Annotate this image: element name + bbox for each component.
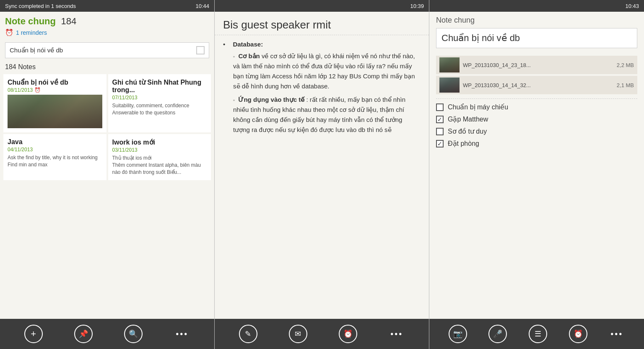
search-box[interactable]: Chuẩn bị nói về db	[5, 42, 209, 58]
note-card-4-title: Iwork ios mới	[112, 138, 207, 146]
more-button-middle[interactable]: •••	[389, 328, 405, 341]
reminder-button-right[interactable]: ⏰	[569, 325, 587, 343]
note-chung-row: Note chung 184	[5, 16, 209, 27]
note-card-4[interactable]: Iwork ios mới 03/11/2013 Thủ thuật ios m…	[108, 134, 211, 180]
note-card-4-text: Thủ thuật ios mớiThêm comment Instant al…	[112, 155, 207, 176]
note-card-3-date: 04/11/2013	[8, 147, 102, 153]
checklist-item-3[interactable]: Sơ đồ tư duy	[436, 127, 637, 135]
middle-header: Bis guest speaker rmit	[215, 12, 429, 35]
search-button[interactable]: 🔍	[124, 325, 143, 343]
attachment-2[interactable]: WP_20131030_14_14_32... 2,1 MB	[436, 76, 637, 94]
attachment-1-name: WP_20131030_14_23_18...	[463, 62, 613, 68]
more-button-right[interactable]: •••	[609, 328, 625, 341]
reminders-text: 1 reminders	[16, 29, 47, 36]
right-header: Note chung Chuẩn bị nói về db	[429, 12, 644, 56]
checkbox-1[interactable]	[436, 103, 444, 111]
search-icon: 🔍	[129, 329, 138, 339]
checklist-item-4[interactable]: ✓ Đặt phòng	[436, 140, 637, 147]
search-square	[196, 46, 205, 54]
middle-status-bar: 10:39	[215, 0, 429, 12]
notes-grid: Chuẩn bị nói về db 08/11/2013 ⏰ Ghi chú …	[0, 74, 214, 180]
note-2-date-text: 07/11/2013	[112, 95, 138, 101]
notes-grid-container: Chuẩn bị nói về db 08/11/2013 ⏰ Ghi chú …	[0, 74, 214, 319]
edit-button[interactable]: ✎	[239, 325, 257, 343]
sub-bullet-1: ◦ Cơ bản về cơ sở dữ liệu là gì, có khái…	[233, 51, 421, 91]
right-status-bar: 10:43	[429, 0, 644, 12]
attachment-2-name: WP_20131030_14_14_32...	[463, 82, 613, 88]
note-count-header: 184	[61, 16, 76, 26]
right-panel: 10:43 Note chung Chuẩn bị nói về db WP_2…	[429, 0, 644, 349]
middle-time: 10:39	[410, 3, 424, 9]
checklist-item-2[interactable]: ✓ Gặp Matthew	[436, 115, 637, 123]
note-card-3[interactable]: Java 04/11/2013 Ask the find by title, w…	[3, 134, 106, 180]
bullet-dot-1: •	[223, 41, 225, 48]
mic-button[interactable]: 🎤	[488, 325, 507, 343]
note-card-2-date: 07/11/2013	[112, 95, 207, 101]
checkbox-4[interactable]: ✓	[436, 140, 444, 147]
note-card-2[interactable]: Ghi chú từ Sinh Nhat Phung trong... 07/1…	[108, 74, 211, 132]
attachment-thumb-1	[439, 57, 460, 72]
right-content: WP_20131030_14_23_18... 2,2 MB WP_201310…	[429, 56, 644, 319]
note-card-3-text: Ask the find by title, why it is not wor…	[8, 154, 102, 168]
camera-button[interactable]: 📷	[449, 325, 467, 343]
mic-icon: 🎤	[493, 329, 502, 339]
checkmark-4: ✓	[437, 141, 442, 147]
middle-panel: 10:39 Bis guest speaker rmit • Database:…	[215, 0, 429, 349]
note-card-1-date: 08/11/2013 ⏰	[8, 87, 102, 93]
note-card-4-date: 03/11/2013	[112, 147, 207, 153]
add-icon: +	[31, 328, 36, 339]
more-button-left[interactable]: •••	[174, 328, 190, 341]
list-button[interactable]: ☰	[529, 325, 547, 343]
pin-icon: 📌	[79, 329, 88, 339]
middle-title: Bis guest speaker rmit	[223, 18, 421, 31]
notes-count-label: 184 Notes	[0, 62, 214, 74]
left-header: Note chung 184 ⏰ 1 reminders	[0, 12, 214, 39]
pin-button[interactable]: 📌	[74, 325, 93, 343]
reminder-icon-middle: ⏰	[343, 329, 353, 339]
reminder-icon-right: ⏰	[574, 329, 583, 339]
attachment-1[interactable]: WP_20131030_14_23_18... 2,2 MB	[436, 56, 637, 74]
right-time: 10:43	[625, 3, 639, 9]
reminders-link[interactable]: ⏰ 1 reminders	[5, 28, 209, 36]
left-toolbar: + 📌 🔍 •••	[0, 319, 214, 349]
note-card-1-title: Chuẩn bị nói về db	[8, 78, 102, 86]
middle-toolbar: ✎ ✉ ⏰ •••	[215, 319, 429, 349]
note-card-1-img	[8, 95, 102, 128]
email-icon: ✉	[295, 329, 301, 339]
sub-bullet-2: ◦ Ứng dụng vào thực tế : rất rất nhiều, …	[233, 95, 421, 135]
left-status-bar: Sync completed in 1 seconds 10:44	[0, 0, 214, 12]
bullet-database: • Database: ◦ Cơ bản về cơ sở dữ liệu là…	[223, 39, 421, 135]
note-card-1[interactable]: Chuẩn bị nói về db 08/11/2013 ⏰	[3, 74, 106, 132]
attachment-thumb-2	[439, 78, 460, 93]
email-button[interactable]: ✉	[289, 325, 307, 343]
checklist-label-2: Gặp Matthew	[448, 115, 488, 123]
note-card-2-title: Ghi chú từ Sinh Nhat Phung trong...	[112, 78, 207, 94]
sub-bold-1: Cơ bản	[238, 52, 260, 59]
list-icon: ☰	[535, 329, 541, 339]
left-panel: Sync completed in 1 seconds 10:44 Note c…	[0, 0, 215, 349]
sub-bold-2: Ứng dụng vào thực tế	[238, 96, 304, 103]
right-toolbar: 📷 🎤 ☰ ⏰ •••	[429, 319, 644, 349]
checklist-item-1[interactable]: Chuẩn bị máy chiếu	[436, 103, 637, 111]
reminder-button-middle[interactable]: ⏰	[339, 325, 357, 343]
sub-dot-2: ◦	[233, 97, 235, 103]
note-card-2-text: Suitability, commiment, confidence Answe…	[112, 102, 207, 116]
note-1-date-text: 08/11/2013	[8, 87, 33, 93]
checkmark-2: ✓	[437, 116, 442, 122]
camera-icon: 📷	[453, 329, 462, 339]
checklist-label-3: Sơ đồ tư duy	[448, 127, 487, 135]
bullet-main-1: Database:	[233, 41, 263, 48]
left-time: 10:44	[195, 3, 209, 9]
note-3-date-text: 04/11/2013	[8, 147, 33, 153]
sync-text: Sync completed in 1 seconds	[5, 3, 76, 9]
checklist-label-4: Đặt phòng	[448, 140, 479, 147]
attachment-1-size: 2,2 MB	[617, 62, 634, 68]
checkbox-2[interactable]: ✓	[436, 116, 444, 123]
separator-1	[436, 98, 637, 99]
add-button[interactable]: +	[24, 325, 43, 343]
checkbox-3[interactable]	[436, 128, 444, 135]
note-4-date-text: 03/11/2013	[112, 147, 138, 153]
middle-content: • Database: ◦ Cơ bản về cơ sở dữ liệu là…	[215, 39, 429, 319]
reminder-icon-1: ⏰	[34, 87, 41, 93]
right-section-title: Note chung	[436, 16, 637, 25]
